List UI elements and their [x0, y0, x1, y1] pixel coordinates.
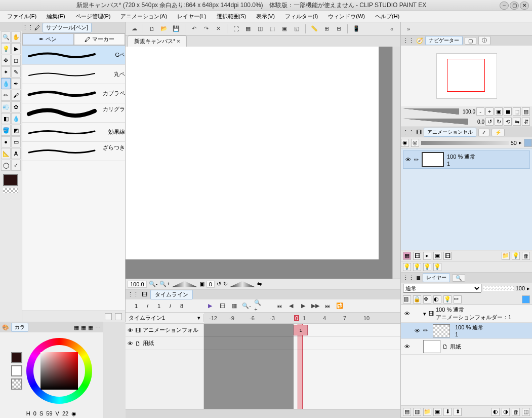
- layer-opacity-value[interactable]: 100: [516, 285, 525, 291]
- q5-icon[interactable]: 🎞: [443, 252, 452, 260]
- tl-prev-icon[interactable]: ◀: [287, 301, 296, 311]
- cel-opacity-value[interactable]: 50: [511, 140, 517, 146]
- tool-selectpen[interactable]: ✎: [11, 66, 21, 78]
- swatch2-icon[interactable]: ▦: [81, 324, 86, 331]
- subtool-new-icon[interactable]: [105, 313, 112, 320]
- navigator-preview[interactable]: [436, 53, 497, 99]
- color-circle-icon[interactable]: ◉: [71, 410, 76, 417]
- eye-icon[interactable]: 👁: [128, 327, 133, 333]
- tool-brush[interactable]: 🖌: [11, 90, 21, 101]
- layer-row-paper[interactable]: 👁 🗋 用紙: [401, 339, 532, 355]
- foreground-color[interactable]: [3, 174, 18, 186]
- brush-calligraphy[interactable]: カリグラフィ: [22, 103, 125, 123]
- eye-icon[interactable]: 👁: [413, 328, 421, 334]
- cel-onion2-icon[interactable]: ◎: [411, 139, 419, 147]
- cel-color-icon[interactable]: [524, 139, 532, 147]
- tool-blend[interactable]: 💧: [11, 113, 21, 124]
- nav-angle-slider[interactable]: [403, 119, 468, 125]
- nav-100-icon[interactable]: ◼: [504, 107, 512, 116]
- tl-last-icon[interactable]: ⏭: [323, 301, 332, 311]
- brush-gpen[interactable]: Gペン: [22, 46, 125, 65]
- menu-layer[interactable]: レイヤー(L): [172, 12, 211, 21]
- new-frame-icon[interactable]: ▣: [433, 408, 441, 416]
- new-folder-icon[interactable]: 📁: [423, 408, 431, 416]
- new-vector-icon[interactable]: ▥: [413, 408, 421, 416]
- history2-tab[interactable]: ✓: [478, 129, 489, 136]
- timeline-dropdown-icon[interactable]: ▾: [197, 315, 200, 321]
- tool-operation[interactable]: ▶: [11, 43, 21, 54]
- menu-animation[interactable]: アニメーション(A): [115, 12, 172, 21]
- nav-rotleft-icon[interactable]: ↺: [485, 118, 494, 126]
- menu-page[interactable]: ページ管理(P): [70, 12, 116, 21]
- new-icon[interactable]: 🗋: [146, 24, 157, 34]
- timeline-cel[interactable]: 1: [294, 325, 308, 335]
- close-button[interactable]: ✕: [520, 2, 529, 10]
- sel-invert-icon[interactable]: ◫: [255, 24, 266, 34]
- mask-icon[interactable]: ◐: [433, 295, 441, 303]
- q3-icon[interactable]: ▸: [423, 252, 431, 260]
- timeline-scrollbar[interactable]: [126, 409, 400, 418]
- snap-icon[interactable]: ⊞: [321, 24, 332, 34]
- nav-fitall-icon[interactable]: ⬚: [513, 107, 521, 116]
- nav-rotright-icon[interactable]: ↻: [495, 118, 503, 126]
- rotate-right-icon[interactable]: ↻: [223, 281, 228, 287]
- tool-gradient[interactable]: ◩: [11, 125, 21, 136]
- nav-zoom-slider[interactable]: [403, 108, 459, 115]
- timeline-lanes[interactable]: 1: [204, 324, 400, 409]
- nav-zoom-value[interactable]: 100.0: [460, 109, 475, 115]
- tl-track-paper[interactable]: 👁 🗋 用紙: [126, 337, 203, 350]
- color-transparent[interactable]: [11, 378, 22, 390]
- eye-icon[interactable]: 👁: [405, 157, 411, 163]
- canvas-tab[interactable]: 新規キャンバス* ×: [128, 35, 187, 47]
- tool-eyedropper[interactable]: 💧: [1, 78, 11, 89]
- ref-icon[interactable]: 💡: [443, 295, 452, 303]
- lock-pixel-icon[interactable]: 🔒: [413, 295, 421, 303]
- layer-row-1[interactable]: 👁 ✏ 100 % 通常 1: [401, 323, 532, 339]
- brush-effectline[interactable]: 効果線用: [22, 123, 125, 142]
- subview-tab[interactable]: ▢: [465, 37, 476, 45]
- smartphone-icon[interactable]: 📱: [351, 24, 362, 34]
- menu-window[interactable]: ウィンドウ(W): [323, 12, 370, 21]
- rotate-left-icon[interactable]: ↺: [217, 281, 221, 287]
- collapse-icon[interactable]: «: [386, 24, 397, 34]
- layer-opacity-slider[interactable]: [483, 286, 514, 291]
- brush-kabura[interactable]: カブラペン: [22, 84, 125, 103]
- tool-airbrush[interactable]: 💨: [1, 101, 11, 112]
- onion1-icon[interactable]: 💡: [403, 263, 411, 271]
- tl-track-animfolder[interactable]: 👁 🎞 アニメーションフォル: [126, 324, 203, 337]
- cloud-icon[interactable]: ☁: [129, 24, 140, 34]
- triangle-icon[interactable]: ▾: [423, 311, 426, 317]
- timeline-ruler[interactable]: -12 -9 -6 -3 0 1 4 7 10: [204, 313, 400, 323]
- layer-2pane-icon[interactable]: ◫: [522, 408, 530, 416]
- color-background[interactable]: [11, 365, 22, 376]
- swatch-icon[interactable]: ▦: [74, 324, 79, 331]
- tl-new-icon[interactable]: ▶: [206, 301, 215, 311]
- open-icon[interactable]: 📂: [158, 24, 170, 34]
- sel-border-icon[interactable]: ▣: [279, 24, 290, 34]
- clear-icon[interactable]: ✕: [213, 24, 224, 34]
- subtool-title[interactable]: サブツール[ペン]: [43, 23, 92, 32]
- q4-icon[interactable]: ▣: [433, 252, 441, 260]
- menu-file[interactable]: ファイル(F): [2, 12, 42, 21]
- tool-wand[interactable]: ✦: [1, 66, 11, 78]
- cel-onion-icon[interactable]: ◉: [401, 139, 409, 147]
- tl-loop-icon[interactable]: 🔁: [335, 301, 344, 311]
- subtool-tab-marker[interactable]: 🖍 マーカー: [74, 33, 126, 45]
- tool-eraser[interactable]: ◧: [1, 113, 11, 124]
- menu-filter[interactable]: フィルター(I): [280, 12, 323, 21]
- layer-folder-row[interactable]: 👁 ▾ 🎞 100 % 通常 アニメーションフォルダー：1: [401, 305, 532, 323]
- eye-icon[interactable]: 👁: [128, 340, 133, 347]
- navigator-tab[interactable]: ナビゲーター: [425, 36, 463, 45]
- tool-zoom[interactable]: 🔍: [1, 31, 11, 43]
- transparent-color[interactable]: [3, 188, 18, 193]
- tl-cel-icon[interactable]: 🎞: [218, 301, 227, 311]
- transfer-icon[interactable]: ⬇: [443, 408, 452, 416]
- color-wheel[interactable]: [26, 338, 92, 404]
- tl-next-icon[interactable]: ▶▶: [311, 301, 320, 311]
- tool-correct[interactable]: ✓: [11, 160, 21, 171]
- tool-pencil[interactable]: ✏: [1, 90, 11, 101]
- nav-reset-icon[interactable]: ⟲: [504, 118, 512, 126]
- timeline-tab[interactable]: タイムライン: [150, 290, 193, 299]
- tl-val-c[interactable]: 8: [174, 303, 189, 309]
- zoom-value[interactable]: 100.0: [128, 281, 147, 288]
